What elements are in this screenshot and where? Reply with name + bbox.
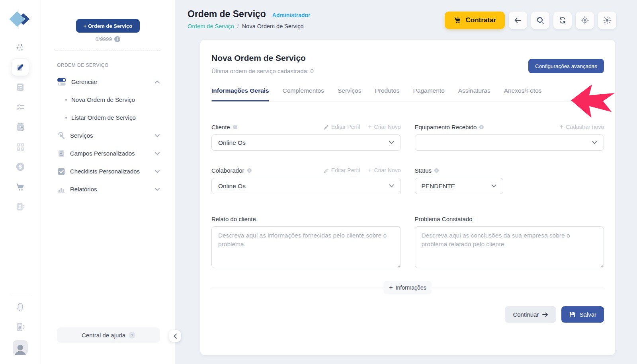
service-order-pen-icon[interactable] — [12, 58, 29, 76]
help-center-button[interactable]: Central de ajuda ? — [57, 327, 160, 343]
sidebar-subitem-label: Listar Ordem de Serviço — [71, 114, 136, 121]
quota-info-icon[interactable]: i — [114, 36, 120, 42]
rail-divider — [10, 293, 31, 293]
header-controls: Contratar — [445, 12, 616, 29]
dollar-icon[interactable]: $ — [12, 157, 29, 177]
field-cliente: Cliente i Editar Perfil + — [211, 123, 401, 151]
sidebar-item-campos-personalizados[interactable]: Campos Personalizados — [41, 144, 175, 162]
tab-assinaturas[interactable]: Assinaturas — [458, 87, 490, 101]
back-button[interactable] — [509, 12, 527, 29]
tab-informacoes-gerais[interactable]: Informações Gerais — [211, 87, 269, 101]
chevron-down-icon — [155, 170, 160, 173]
icon-rail: $ — [0, 0, 41, 364]
order-quota: 0/9999 i — [41, 36, 175, 42]
cliente-edit-profile-link[interactable]: Editar Perfil — [323, 124, 360, 130]
sidebar-divider — [55, 50, 160, 51]
calculator-icon[interactable] — [12, 77, 29, 97]
order-form-card: Nova Ordem de Serviço Última ordem de se… — [200, 40, 615, 355]
chevron-down-icon — [155, 134, 160, 137]
tab-servicos[interactable]: Serviços — [338, 87, 361, 101]
add-informations-divider: + Informações — [211, 281, 604, 294]
bullet-icon — [65, 117, 67, 119]
plus-icon: + — [368, 124, 371, 130]
svg-text:$: $ — [19, 163, 22, 170]
locate-button[interactable] — [576, 12, 594, 29]
status-label: Status i — [415, 167, 439, 174]
rail-icon-list: $ — [12, 37, 29, 216]
tab-complementos[interactable]: Complementos — [283, 87, 324, 101]
main-content: Ordem de Serviço Administrador Ordem de … — [175, 0, 637, 364]
plus-icon: + — [389, 284, 393, 291]
colaborador-edit-profile-link[interactable]: Editar Perfil — [323, 167, 360, 173]
pencil-icon — [323, 124, 329, 130]
info-icon[interactable]: i — [434, 168, 439, 173]
contratar-label: Contratar — [465, 16, 496, 24]
continue-label: Continuar — [513, 311, 539, 318]
bar-chart-icon — [57, 185, 66, 194]
notification-ring-icon[interactable] — [12, 317, 29, 337]
sidebar-item-servicos[interactable]: Serviços — [41, 127, 175, 144]
app-logo[interactable] — [11, 10, 30, 29]
refresh-button[interactable] — [553, 12, 572, 29]
sidebar-item-gerenciar[interactable]: Gerenciar — [41, 73, 175, 91]
chevron-down-icon — [389, 141, 394, 144]
clients-grid-icon[interactable] — [12, 137, 29, 157]
sidebar: + Ordem de Serviço 0/9999 i ORDEM DE SER… — [41, 0, 175, 364]
new-service-order-button[interactable]: + Ordem de Serviço — [76, 19, 140, 33]
plus-icon: + — [368, 167, 371, 173]
info-icon[interactable]: i — [247, 168, 252, 173]
bullet-icon — [65, 99, 67, 101]
relato-textarea[interactable] — [211, 226, 401, 268]
add-informations-button[interactable]: + Informações — [383, 281, 432, 294]
search-icon — [536, 16, 545, 25]
tab-pagamento[interactable]: Pagamento — [413, 87, 444, 101]
breadcrumb-parent-link[interactable]: Ordem de Serviço — [188, 23, 234, 29]
logo-chevron — [18, 12, 32, 26]
sidebar-item-listar-ordem[interactable]: Listar Ordem de Serviço — [41, 109, 175, 127]
cliente-label: Cliente i — [211, 124, 237, 130]
colaborador-create-new-link[interactable]: + Criar Novo — [368, 167, 401, 173]
sidebar-item-checklists-personalizados[interactable]: Checklists Personalizados — [41, 162, 175, 180]
wrench-icon — [57, 131, 66, 140]
chevron-down-icon — [155, 152, 160, 155]
equipamento-create-new-link[interactable]: + Cadastrar novo — [560, 124, 604, 130]
pencil-icon — [323, 167, 329, 173]
cliente-select-value: Online Os — [218, 139, 246, 146]
checklist-icon[interactable] — [12, 97, 29, 117]
tab-produtos[interactable]: Produtos — [375, 87, 399, 101]
problema-textarea[interactable] — [415, 226, 604, 268]
quota-value: 0/9999 — [96, 36, 112, 42]
document-icon — [57, 149, 66, 158]
equipamento-select[interactable] — [415, 134, 604, 151]
app-root: $ — [0, 0, 637, 364]
cliente-select[interactable]: Online Os — [211, 134, 401, 151]
continue-button[interactable]: Continuar — [505, 306, 556, 323]
sidebar-item-label: Relatórios — [70, 186, 150, 193]
theme-button[interactable] — [598, 12, 616, 29]
chevron-down-icon — [389, 184, 394, 188]
search-button[interactable] — [531, 12, 549, 29]
save-button[interactable]: Salvar — [561, 306, 604, 323]
tab-anexos-fotos[interactable]: Anexos/Fotos — [504, 87, 542, 101]
cart-icon[interactable] — [12, 177, 29, 197]
info-icon[interactable]: i — [479, 125, 484, 129]
cart-icon — [453, 16, 461, 24]
status-select[interactable]: PENDENTE — [415, 178, 503, 194]
contact-card-icon[interactable] — [12, 197, 29, 216]
save-label: Salvar — [579, 311, 596, 318]
sidebar-item-nova-ordem[interactable]: Nova Ordem de Serviço — [41, 91, 175, 109]
advanced-settings-button[interactable]: Configurações avançadas — [528, 59, 604, 73]
contratar-button[interactable]: Contratar — [445, 12, 505, 29]
sidebar-item-relatorios[interactable]: Relatórios — [41, 180, 175, 198]
chevron-up-icon — [155, 80, 160, 84]
chevron-left-icon — [173, 333, 177, 339]
calendar-check-icon[interactable] — [12, 117, 29, 137]
user-avatar[interactable] — [13, 340, 28, 355]
colaborador-select[interactable]: Online Os — [211, 178, 401, 194]
refresh-icon — [559, 16, 567, 24]
dashboard-dots-icon[interactable] — [12, 37, 29, 57]
sidebar-collapse-button[interactable] — [169, 330, 181, 342]
bell-icon[interactable] — [12, 297, 29, 317]
info-icon[interactable]: i — [233, 125, 237, 129]
cliente-create-new-link[interactable]: + Criar Novo — [368, 124, 401, 130]
